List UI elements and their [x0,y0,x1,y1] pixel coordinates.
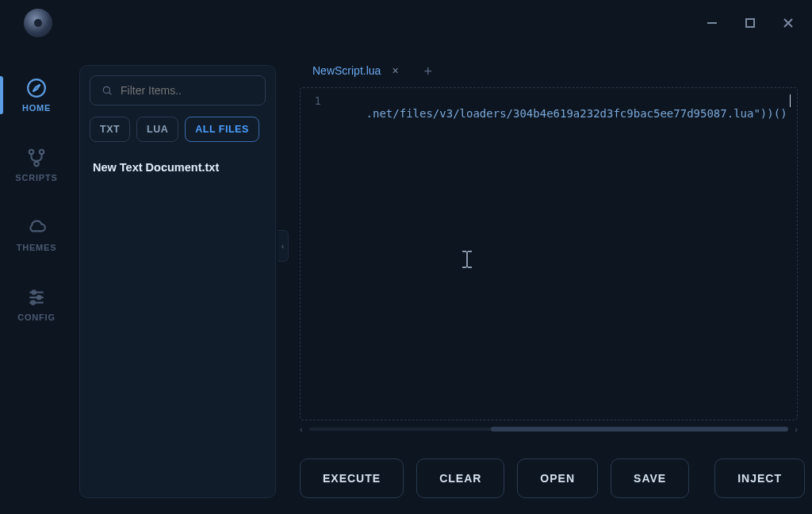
editor-area: NewScript.lua × + 1 .net/files/v3/loader… [300,56,798,435]
scroll-thumb[interactable] [491,427,788,432]
nav-themes[interactable]: THEMES [0,211,73,259]
svg-point-6 [29,150,33,154]
filter-lua[interactable]: LUA [136,117,178,142]
file-item[interactable]: New Text Document.txt [90,155,266,180]
search-icon [102,84,113,97]
line-gutter: 1 [301,88,321,420]
nav-label: CONFIG [17,313,56,322]
panel-collapse-handle[interactable]: ‹ [278,230,289,262]
tab-title: NewScript.lua [312,64,381,77]
text-caret [790,94,791,107]
file-panel: TXT LUA ALL FILES New Text Document.txt [79,65,276,498]
compass-icon [26,78,47,98]
minimize-button[interactable] [704,15,720,31]
app-logo [24,9,52,37]
svg-point-8 [34,162,38,166]
tab-bar: NewScript.lua × + [300,56,798,87]
horizontal-scroll: ‹ › [300,424,798,435]
tab-close-icon[interactable]: × [392,64,398,77]
titlebar [0,0,812,46]
cloud-icon [26,217,47,238]
window-controls [704,15,796,31]
nav-label: SCRIPTS [15,173,57,182]
nav-home[interactable]: HOME [0,71,73,119]
close-button[interactable] [780,15,796,31]
save-button[interactable]: SAVE [611,458,689,498]
sidebar: HOME SCRIPTS THEMES CONFIG [0,71,73,514]
scroll-right-icon[interactable]: › [795,424,798,434]
filter-all[interactable]: ALL FILES [185,117,259,142]
scroll-track[interactable] [309,428,789,431]
scroll-left-icon[interactable]: ‹ [300,424,303,434]
sliders-icon [26,287,47,308]
filter-input[interactable] [121,84,254,97]
tab-newscript[interactable]: NewScript.lua × [300,56,412,87]
svg-point-15 [103,86,109,93]
maximize-icon [745,17,756,29]
clear-button[interactable]: CLEAR [416,458,504,498]
filter-search[interactable] [90,75,266,105]
maximize-button[interactable] [742,15,758,31]
svg-point-4 [28,79,45,97]
svg-line-16 [109,92,111,94]
branch-icon [26,148,47,168]
execute-button[interactable]: EXECUTE [300,458,404,498]
code-line: .net/files/v3/loaders/304b4e619a232d3fc9… [366,107,787,120]
nav-label: THEMES [17,243,57,252]
filter-txt[interactable]: TXT [90,117,130,142]
nav-config[interactable]: CONFIG [0,281,73,328]
open-button[interactable]: OPEN [517,458,598,498]
code-content[interactable]: .net/files/v3/loaders/304b4e619a232d3fc9… [321,88,797,420]
filter-row: TXT LUA ALL FILES [90,117,266,142]
close-icon [783,17,794,29]
svg-point-7 [40,150,44,154]
action-bar: EXECUTE CLEAR OPEN SAVE INJECT [300,458,798,498]
svg-marker-5 [33,85,40,92]
minimize-icon [707,17,718,29]
add-tab-button[interactable]: + [413,63,444,80]
inject-button[interactable]: INJECT [714,458,805,498]
nav-scripts[interactable]: SCRIPTS [0,141,73,189]
code-editor[interactable]: 1 .net/files/v3/loaders/304b4e619a232d3f… [300,87,798,420]
nav-label: HOME [22,103,51,113]
svg-rect-1 [746,19,754,27]
